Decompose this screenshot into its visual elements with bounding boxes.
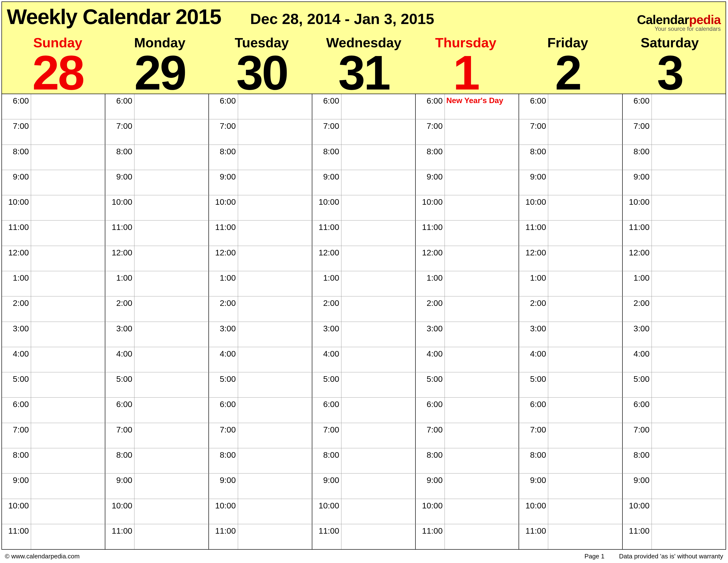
day-column: 11:00 [2, 221, 105, 246]
day-column: 9:00 [2, 170, 105, 195]
hour-row: 9:009:009:009:009:009:009:00 [2, 170, 726, 195]
time-label: 3:00 [519, 322, 548, 347]
day-column: 5:00 [312, 372, 416, 397]
time-label: 7:00 [312, 119, 341, 144]
event-cell [548, 296, 622, 321]
time-label: 6:00 [105, 397, 134, 422]
event-cell [445, 296, 519, 321]
event-cell [548, 423, 622, 448]
day-column: 8:00 [519, 448, 622, 473]
time-label: 6:00 [312, 94, 341, 119]
time-label: 9:00 [312, 170, 341, 195]
event-cell [341, 271, 415, 296]
day-column: 7:00 [105, 119, 209, 144]
event-cell [238, 322, 312, 347]
day-column: 10:00 [519, 499, 622, 524]
hour-grid: 6:006:006:006:006:00New Year's Day6:006:… [2, 94, 726, 549]
day-column: 10:00 [209, 499, 312, 524]
day-column: 9:00 [105, 473, 209, 498]
time-label: 11:00 [519, 221, 548, 246]
event-cell [548, 195, 622, 220]
time-label: 5:00 [2, 372, 31, 397]
day-column: 8:00 [519, 145, 622, 170]
day-column: 1:00 [623, 271, 726, 296]
event-cell [31, 499, 105, 524]
hour-row: 4:004:004:004:004:004:004:00 [2, 347, 726, 372]
time-label: 11:00 [105, 524, 134, 549]
hour-row: 11:0011:0011:0011:0011:0011:0011:00 [2, 524, 726, 549]
day-header: Monday29 [109, 32, 211, 97]
day-column: 6:00 [209, 94, 312, 119]
event-cell [548, 246, 622, 271]
day-header: Friday2 [517, 32, 619, 97]
hour-row: 8:008:008:008:008:008:008:00 [2, 145, 726, 170]
event-cell [341, 221, 415, 246]
event-cell [31, 347, 105, 372]
time-label: 5:00 [623, 372, 652, 397]
date-range: Dec 28, 2014 - Jan 3, 2015 [250, 10, 434, 27]
event-cell [134, 195, 208, 220]
time-label: 11:00 [416, 524, 445, 549]
day-column: 8:00 [312, 448, 416, 473]
day-column: 4:00 [312, 347, 416, 372]
time-label: 8:00 [105, 145, 134, 170]
event-cell [445, 221, 519, 246]
day-column: 6:00 [519, 94, 622, 119]
event-cell [134, 397, 208, 422]
time-label: 5:00 [519, 372, 548, 397]
event-cell [548, 221, 622, 246]
day-column: 12:00 [312, 246, 416, 271]
time-label: 10:00 [416, 499, 445, 524]
day-column: 4:00 [623, 347, 726, 372]
event-cell [445, 397, 519, 422]
event-cell [652, 94, 726, 119]
event-cell [445, 195, 519, 220]
time-label: 12:00 [623, 246, 652, 271]
event-cell [31, 473, 105, 498]
event-cell [341, 524, 415, 549]
day-column: 3:00 [623, 322, 726, 347]
event-cell [31, 372, 105, 397]
event-cell [238, 448, 312, 473]
day-column: 9:00 [209, 170, 312, 195]
day-column: 10:00 [312, 195, 416, 220]
time-label: 7:00 [519, 119, 548, 144]
day-column: 6:00 [2, 94, 105, 119]
day-column: 6:00 [105, 94, 209, 119]
event-cell [134, 119, 208, 144]
day-column: 7:00 [416, 119, 519, 144]
event-cell [238, 397, 312, 422]
event-cell [238, 372, 312, 397]
time-label: 9:00 [209, 170, 238, 195]
day-header: Wednesday31 [313, 32, 415, 97]
event-cell [341, 499, 415, 524]
day-column: 11:00 [312, 524, 416, 549]
event-cell [238, 119, 312, 144]
day-column: 2:00 [105, 296, 209, 321]
time-label: 4:00 [519, 347, 548, 372]
day-column: 12:00 [416, 246, 519, 271]
event-cell [652, 423, 726, 448]
day-column: 9:00 [623, 170, 726, 195]
time-label: 2:00 [519, 296, 548, 321]
day-number: 30 [211, 49, 313, 97]
day-column: 5:00 [209, 372, 312, 397]
event-cell [652, 195, 726, 220]
day-column: 6:00 [623, 94, 726, 119]
day-column: 4:00 [2, 347, 105, 372]
day-number: 3 [619, 49, 721, 97]
day-column: 7:00 [312, 119, 416, 144]
event-cell [652, 448, 726, 473]
time-label: 8:00 [209, 448, 238, 473]
time-label: 7:00 [2, 423, 31, 448]
time-label: 9:00 [2, 170, 31, 195]
day-column: 12:00 [209, 246, 312, 271]
time-label: 8:00 [623, 145, 652, 170]
time-label: 1:00 [2, 271, 31, 296]
event-cell [238, 423, 312, 448]
time-label: 1:00 [105, 271, 134, 296]
event-cell [341, 372, 415, 397]
day-column: 9:00 [2, 473, 105, 498]
time-label: 6:00 [623, 94, 652, 119]
day-column: 11:00 [519, 524, 622, 549]
